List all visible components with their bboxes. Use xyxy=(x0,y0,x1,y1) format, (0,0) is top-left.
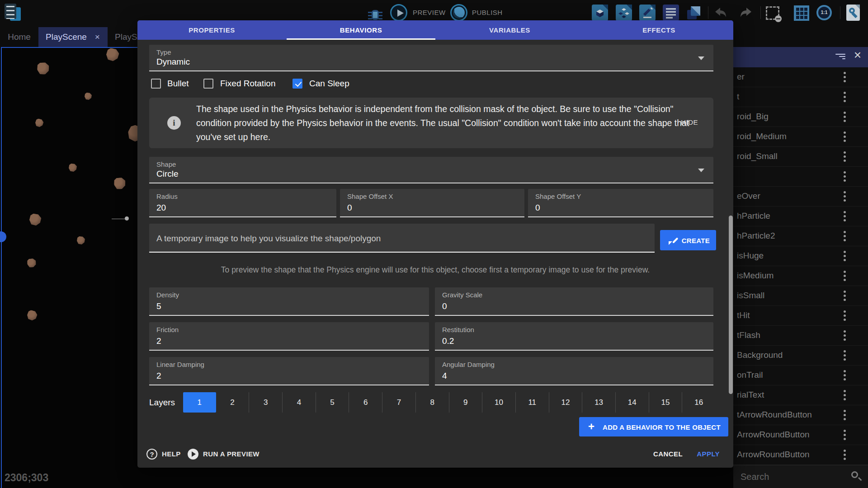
layers-icon[interactable] xyxy=(685,5,702,21)
layer-button-15[interactable]: 15 xyxy=(649,392,682,413)
redo-icon[interactable] xyxy=(737,5,753,21)
shape-offset-x-field[interactable]: Shape Offset X 0 xyxy=(340,189,524,217)
layer-button-7[interactable]: 7 xyxy=(382,392,415,413)
layer-button-13[interactable]: 13 xyxy=(582,392,615,413)
filter-icon[interactable] xyxy=(835,54,845,60)
object-list-item[interactable]: tHit xyxy=(733,306,868,326)
run-preview-button[interactable]: RUN A PREVIEW xyxy=(203,449,259,460)
layer-button-14[interactable]: 14 xyxy=(615,392,649,413)
restitution-field[interactable]: Restitution 0.2 xyxy=(435,322,713,351)
object-list-item[interactable]: roid_Big xyxy=(733,107,868,127)
layer-button-16[interactable]: 16 xyxy=(682,392,715,413)
object-list-item[interactable] xyxy=(733,167,868,187)
friction-field[interactable]: Friction 2 xyxy=(149,322,429,351)
object-list-item[interactable]: isMedium xyxy=(733,266,868,286)
type-select[interactable]: Type Dynamic xyxy=(149,45,713,71)
layer-button-9[interactable]: 9 xyxy=(449,392,482,413)
object-list-item[interactable]: ArrowRoundButton xyxy=(733,445,868,465)
object-list-item[interactable]: roid_Medium xyxy=(733,127,868,147)
tab-playscene[interactable]: PlayScene× xyxy=(38,27,108,47)
layer-button-2[interactable]: 2 xyxy=(216,392,249,413)
layer-button-11[interactable]: 11 xyxy=(515,392,549,413)
tab-behaviors[interactable]: BEHAVIORS xyxy=(287,20,435,40)
tools-wrench-icon[interactable] xyxy=(846,5,860,21)
layer-button-8[interactable]: 8 xyxy=(415,392,449,413)
item-menu-icon[interactable] xyxy=(844,370,846,382)
density-field[interactable]: Density 5 xyxy=(149,287,429,316)
object-list-item[interactable]: onTrail xyxy=(733,366,868,385)
shape-offset-y-field[interactable]: Shape Offset Y 0 xyxy=(528,189,713,217)
item-menu-icon[interactable] xyxy=(844,410,846,422)
help-button[interactable]: HELP xyxy=(162,449,181,460)
fixed-rotation-checkbox[interactable] xyxy=(203,79,213,89)
close-tab-icon[interactable]: × xyxy=(95,27,100,47)
events-list-icon[interactable] xyxy=(663,5,679,21)
close-panel-icon[interactable]: × xyxy=(851,48,864,62)
undo-icon[interactable] xyxy=(713,5,730,21)
instances-cubes-icon[interactable] xyxy=(616,5,632,21)
create-button[interactable]: CREATE xyxy=(660,230,716,250)
publish-button[interactable]: PUBLISH xyxy=(472,9,503,16)
dialog-scrollbar-thumb[interactable] xyxy=(729,216,733,394)
temp-image-field[interactable]: A temporary image to help you visualize … xyxy=(149,224,655,253)
layer-button-12[interactable]: 12 xyxy=(549,392,582,413)
publish-globe-icon[interactable] xyxy=(450,4,467,21)
item-menu-icon[interactable] xyxy=(844,131,846,144)
tab-home[interactable]: Home xyxy=(0,27,38,47)
object-list-item[interactable]: hParticle2 xyxy=(733,226,868,246)
tab-properties[interactable]: PROPERTIES xyxy=(137,20,286,40)
tab-effects[interactable]: EFFECTS xyxy=(585,20,733,40)
item-menu-icon[interactable] xyxy=(844,291,846,303)
object-list-item[interactable]: hParticle xyxy=(733,206,868,226)
linear-damping-field[interactable]: Linear Damping 2 xyxy=(149,357,429,385)
item-menu-icon[interactable] xyxy=(844,310,846,323)
can-sleep-checkbox[interactable] xyxy=(292,79,302,89)
item-menu-icon[interactable] xyxy=(844,430,846,442)
object-list-item[interactable]: ArrowRoundButton xyxy=(733,425,868,445)
run-preview-icon[interactable] xyxy=(188,449,198,460)
help-icon[interactable]: ? xyxy=(146,449,157,460)
item-menu-icon[interactable] xyxy=(844,450,846,462)
item-menu-icon[interactable] xyxy=(844,112,846,124)
bullet-checkbox[interactable] xyxy=(151,79,161,89)
item-menu-icon[interactable] xyxy=(844,390,846,402)
object-list-item[interactable]: eOver xyxy=(733,187,868,206)
item-menu-icon[interactable] xyxy=(844,171,846,183)
hide-button[interactable]: HIDE xyxy=(681,118,698,126)
cancel-button[interactable]: CANCEL xyxy=(653,449,683,460)
object-list-item[interactable]: rialText xyxy=(733,385,868,405)
item-menu-icon[interactable] xyxy=(844,350,846,362)
preview-button[interactable]: PREVIEW xyxy=(413,9,446,16)
item-menu-icon[interactable] xyxy=(844,72,846,84)
layer-button-4[interactable]: 4 xyxy=(282,392,316,413)
objects-cube-icon[interactable] xyxy=(592,5,608,21)
mask-selection-icon[interactable] xyxy=(766,6,779,20)
search-input[interactable] xyxy=(741,470,844,483)
object-list-item[interactable]: er xyxy=(733,67,868,87)
radius-field[interactable]: Radius 20 xyxy=(149,189,336,217)
layer-button-1[interactable]: 1 xyxy=(183,392,216,413)
preview-play-icon[interactable] xyxy=(390,4,407,21)
item-menu-icon[interactable] xyxy=(844,330,846,343)
project-manager-icon[interactable] xyxy=(5,4,22,23)
item-menu-icon[interactable] xyxy=(844,251,846,263)
layer-button-6[interactable]: 6 xyxy=(349,392,382,413)
instance-handle-dot[interactable] xyxy=(125,216,129,221)
item-menu-icon[interactable] xyxy=(844,92,846,104)
object-list-item[interactable]: Background xyxy=(733,346,868,366)
layer-button-10[interactable]: 10 xyxy=(482,392,515,413)
item-menu-icon[interactable] xyxy=(844,271,846,283)
object-list-item[interactable]: tArrowRoundButton xyxy=(733,405,868,425)
apply-button[interactable]: APPLY xyxy=(697,449,720,460)
object-list-item[interactable]: roid_Small xyxy=(733,147,868,167)
item-menu-icon[interactable] xyxy=(844,151,846,164)
item-menu-icon[interactable] xyxy=(844,231,846,243)
object-list-item[interactable]: tFlash xyxy=(733,326,868,346)
object-list-item[interactable]: t xyxy=(733,87,868,107)
add-behavior-button[interactable]: + ADD A BEHAVIOR TO THE OBJECT xyxy=(579,417,728,436)
object-list-item[interactable]: isHuge xyxy=(733,246,868,266)
angular-damping-field[interactable]: Angular Damping 4 xyxy=(435,357,713,385)
grid-icon[interactable] xyxy=(794,5,809,21)
layer-button-3[interactable]: 3 xyxy=(249,392,282,413)
item-menu-icon[interactable] xyxy=(844,191,846,203)
